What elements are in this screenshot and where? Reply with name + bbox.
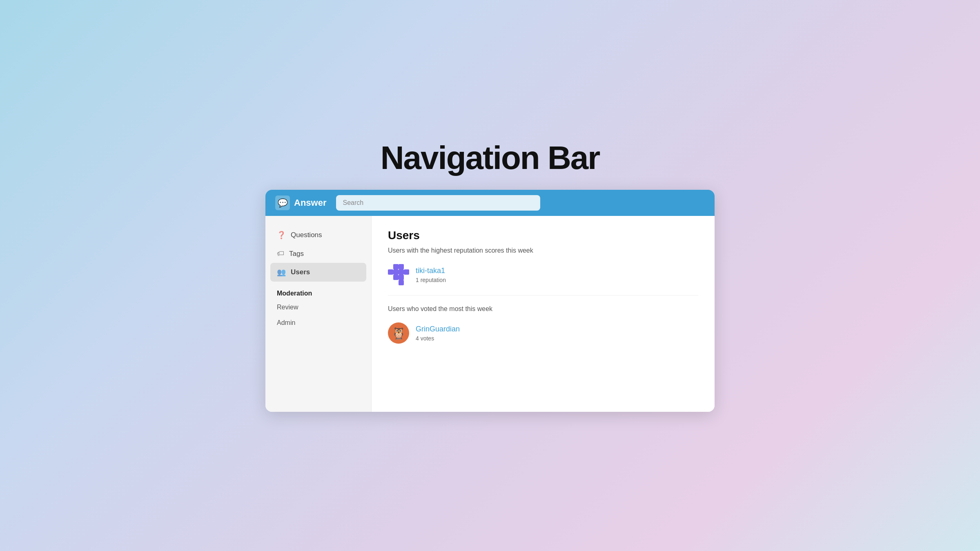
pixel	[404, 269, 409, 275]
user-meta-tiki: 1 reputation	[416, 277, 446, 283]
pixel	[393, 280, 399, 285]
sidebar-label-tags: Tags	[289, 250, 304, 258]
content-title: Users	[388, 229, 698, 242]
moderation-section-label: Moderation	[265, 282, 371, 300]
avatar-emoji-grin: 🦉	[392, 327, 406, 340]
tag-icon: 🏷	[277, 249, 284, 258]
sidebar: ❓ Questions 🏷 Tags 👥 Users Moderation Re…	[265, 216, 372, 412]
avatar-tiki	[388, 264, 409, 285]
pixel	[388, 275, 393, 280]
navbar-brand: 💬 Answer	[275, 196, 326, 210]
pixel	[404, 280, 409, 285]
users-icon: 👥	[277, 268, 286, 277]
sidebar-item-users[interactable]: 👥 Users	[270, 263, 366, 282]
pixel	[388, 269, 393, 275]
pixel	[393, 275, 399, 280]
top-reputation-section: Users with the highest reputation scores…	[388, 247, 698, 285]
username-grin[interactable]: GrinGuardian	[416, 325, 460, 333]
brand-icon: 💬	[275, 196, 290, 210]
search-input[interactable]	[336, 195, 540, 211]
pixel	[399, 269, 404, 275]
pixel	[393, 269, 399, 275]
sidebar-item-admin[interactable]: Admin	[265, 315, 371, 331]
question-icon: ❓	[277, 231, 286, 240]
main-layout: ❓ Questions 🏷 Tags 👥 Users Moderation Re…	[265, 216, 715, 412]
page-wrapper: Navigation Bar 💬 Answer ❓ Questions	[265, 139, 715, 412]
sidebar-label-review: Review	[277, 304, 298, 311]
sidebar-item-questions[interactable]: ❓ Questions	[265, 226, 371, 244]
reputation-subtitle: Users with the highest reputation scores…	[388, 247, 698, 254]
pixel	[399, 280, 404, 285]
search-bar	[336, 195, 540, 211]
content-area: Users Users with the highest reputation …	[372, 216, 715, 412]
sidebar-label-questions: Questions	[291, 231, 322, 239]
pixel	[393, 264, 399, 269]
page-title: Navigation Bar	[381, 139, 600, 177]
voters-subtitle: Users who voted the most this week	[388, 305, 698, 313]
user-info-tiki: tiki-taka1 1 reputation	[416, 267, 446, 283]
avatar-grin: 🦉	[388, 322, 409, 344]
user-card-grin: 🦉 GrinGuardian 4 votes	[388, 322, 698, 344]
pixel	[404, 275, 409, 280]
pixel	[399, 264, 404, 269]
pixel	[388, 264, 393, 269]
pixel	[399, 275, 404, 280]
brand-name: Answer	[294, 198, 326, 208]
sidebar-item-review[interactable]: Review	[265, 300, 371, 315]
user-info-grin: GrinGuardian 4 votes	[416, 325, 460, 342]
top-voters-section: Users who voted the most this week 🦉 Gri…	[388, 305, 698, 344]
sidebar-label-users: Users	[291, 268, 310, 276]
sidebar-item-tags[interactable]: 🏷 Tags	[265, 244, 371, 263]
username-tiki[interactable]: tiki-taka1	[416, 267, 446, 275]
user-card-tiki: tiki-taka1 1 reputation	[388, 264, 698, 285]
sidebar-label-admin: Admin	[277, 319, 295, 326]
pixel	[404, 264, 409, 269]
navbar: 💬 Answer	[265, 190, 715, 216]
brand-icon-symbol: 💬	[278, 198, 288, 208]
pixel	[388, 280, 393, 285]
app-container: 💬 Answer ❓ Questions 🏷 Tags	[265, 190, 715, 412]
section-divider	[388, 295, 698, 295]
user-meta-grin: 4 votes	[416, 335, 460, 342]
